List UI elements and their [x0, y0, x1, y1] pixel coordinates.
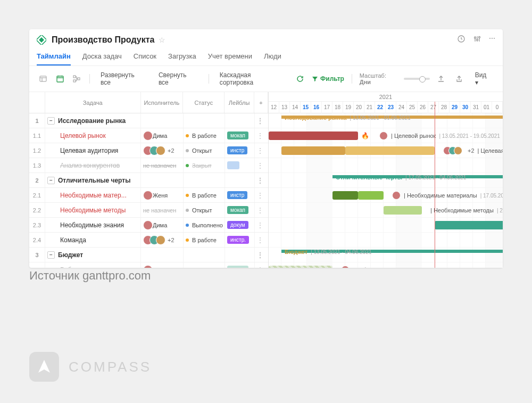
header: Производство Продукта ☆ ⋯	[29, 29, 503, 45]
tree-toggle[interactable]: −	[47, 117, 55, 125]
col-num	[29, 92, 45, 113]
column-headers: Задача Исполнитель Статус Лейблы +	[29, 92, 268, 113]
svg-rect-9	[73, 80, 76, 82]
task-name: Отличительные черты	[58, 177, 130, 184]
tab-timeline[interactable]: Таймлайн	[37, 49, 71, 65]
svg-point-5	[479, 37, 480, 38]
date-header: 2021 12131415161718192021222324252627282…	[269, 92, 503, 113]
gantt-bar[interactable]	[269, 266, 332, 268]
table-row[interactable]: 3.1Работа со спонсорами ЖеняЗакрытмокап⋮	[29, 262, 268, 268]
star-icon[interactable]: ☆	[159, 36, 165, 44]
task-name: Работа со спонсорами	[60, 266, 127, 268]
col-task: Задача	[45, 92, 141, 113]
svg-rect-10	[78, 78, 80, 80]
scale-label: Масштаб: Дни	[360, 72, 398, 85]
col-labels: Лейблы	[225, 92, 254, 113]
task-name: Необходимые методы	[60, 207, 126, 214]
share-icon[interactable]	[453, 72, 466, 85]
task-name: Команда	[60, 236, 86, 244]
filter-button[interactable]: Фильтр	[312, 75, 344, 83]
gantt-bar[interactable]	[269, 131, 358, 140]
row-menu-icon[interactable]: ⋮	[255, 158, 265, 172]
table-row[interactable]: 2−Отличительные черты⋮	[29, 173, 268, 188]
table-row[interactable]: 2.3Необходимые знания ДимаВыполненодокум…	[29, 218, 268, 233]
col-assignee: Исполнитель	[141, 92, 184, 113]
task-name: Анализ конкурентов	[60, 162, 120, 169]
today-marker: Сегодня	[435, 102, 435, 268]
grid: Задача Исполнитель Статус Лейблы + 1−Исс…	[29, 92, 503, 268]
chart-body: Сегодня Исследование рынка| 13.05.2021 -…	[269, 113, 503, 268]
history-icon[interactable]	[457, 35, 466, 45]
svg-rect-7	[57, 76, 63, 82]
table-row[interactable]: 2.4Команда+2В работеинстр.⋮	[29, 233, 268, 248]
toolbar: Развернуть все Свернуть все Каскадная со…	[29, 66, 503, 92]
tab-people[interactable]: Люди	[264, 49, 281, 65]
scale-slider[interactable]	[404, 78, 430, 80]
source-caption: Источник ganttpro.com	[29, 269, 151, 283]
gantt-bar[interactable]	[435, 221, 503, 229]
row-menu-icon[interactable]: ⋮	[255, 143, 265, 158]
tree-icon[interactable]	[70, 72, 83, 85]
svg-rect-6	[40, 76, 46, 81]
col-status: Статус	[183, 92, 225, 113]
compass-icon	[29, 352, 59, 382]
expand-all-button[interactable]: Развернуть все	[96, 69, 150, 88]
row-menu-icon[interactable]: ⋮	[255, 128, 265, 143]
more-icon[interactable]: ⋯	[489, 35, 495, 45]
gantt-bar[interactable]	[281, 146, 435, 155]
gantt-chart: 2021 12131415161718192021222324252627282…	[269, 92, 503, 268]
table-row[interactable]: 1.1Целевой рынок ДимаВ работемокап⋮	[29, 128, 268, 143]
table-row[interactable]: 2.2Необходимые методыне назначенОткрытмо…	[29, 203, 268, 218]
collapse-all-button[interactable]: Свернуть все	[154, 69, 202, 88]
project-title: Производство Продукта	[52, 35, 154, 45]
table-row[interactable]: 1.2Целевая аудитория+2Открытинстр⋮	[29, 143, 268, 158]
task-name: Необходимые знания	[60, 221, 124, 229]
row-menu-icon[interactable]: ⋮	[255, 173, 265, 187]
cascade-sort-button[interactable]: Каскадная сортировка	[215, 69, 290, 88]
table-row[interactable]: 1−Исследование рынка⋮	[29, 113, 268, 128]
calendar-icon[interactable]	[54, 72, 66, 85]
table-row[interactable]: 1.3Анализ конкурентовне назначенЗакрыт ⋮	[29, 158, 268, 173]
row-menu-icon[interactable]: ⋮	[255, 203, 265, 217]
svg-point-3	[475, 37, 476, 39]
row-menu-icon[interactable]: ⋮	[255, 248, 265, 262]
table-row[interactable]: 2.1Необходимые матер... ЖеняВ работеинст…	[29, 188, 268, 203]
add-column-button[interactable]: +	[254, 92, 268, 113]
row-menu-icon[interactable]: ⋮	[255, 218, 265, 232]
task-name: Бюджет	[58, 251, 83, 259]
task-table: Задача Исполнитель Статус Лейблы + 1−Исс…	[29, 92, 269, 268]
svg-point-4	[477, 39, 478, 41]
app-window: Производство Продукта ☆ ⋯ Таймлайн Доска…	[29, 29, 503, 268]
row-menu-icon[interactable]: ⋮	[255, 113, 265, 128]
year-label: 2021	[269, 92, 503, 102]
tab-list[interactable]: Список	[134, 49, 156, 65]
row-menu-icon[interactable]: ⋮	[255, 188, 265, 202]
date-days: 1213141516171819202122232425262728293031…	[269, 102, 503, 113]
app-logo-icon	[37, 35, 46, 45]
svg-rect-8	[73, 76, 76, 78]
tree-toggle[interactable]: −	[47, 251, 55, 259]
table-row[interactable]: 3−Бюджет⋮	[29, 248, 268, 262]
tree-toggle[interactable]: −	[47, 177, 55, 184]
tabs: Таймлайн Доска задач Список Загрузка Уче…	[29, 45, 503, 66]
layout-icon[interactable]	[37, 72, 49, 85]
task-name: Целевой рынок	[60, 132, 106, 139]
tab-board[interactable]: Доска задач	[82, 49, 122, 65]
tab-workload[interactable]: Загрузка	[168, 49, 196, 65]
export-icon[interactable]	[435, 72, 448, 85]
task-name: Необходимые матер...	[60, 192, 127, 199]
tab-time[interactable]: Учет времени	[208, 49, 252, 65]
header-actions: ⋯	[457, 35, 495, 45]
view-button[interactable]: Вид ▾	[471, 69, 495, 88]
refresh-icon[interactable]	[294, 72, 307, 85]
gantt-bar[interactable]	[384, 206, 422, 215]
row-menu-icon[interactable]: ⋮	[255, 262, 265, 268]
task-name: Целевая аудитория	[60, 147, 118, 154]
svg-rect-1	[39, 37, 44, 43]
compass-watermark: COMPASS	[29, 352, 152, 382]
settings-icon[interactable]	[473, 35, 481, 45]
gantt-bar[interactable]	[332, 191, 384, 200]
task-name: Исследование рынка	[58, 117, 126, 125]
row-menu-icon[interactable]: ⋮	[255, 233, 265, 247]
